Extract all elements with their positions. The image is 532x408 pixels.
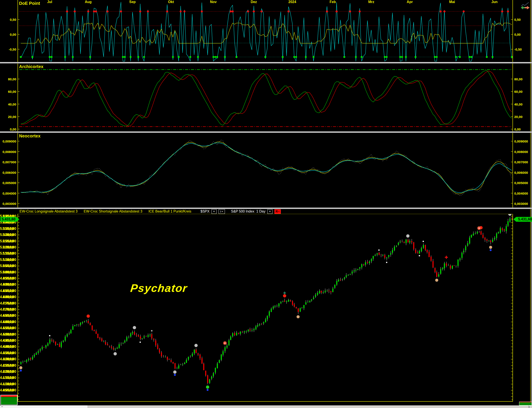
- symbol-dropdown-button[interactable]: ▼: [212, 209, 217, 214]
- month-label-jul: Jul: [47, 0, 52, 4]
- month-label-nov: Nov: [210, 0, 217, 4]
- horizontal-scrollbar[interactable]: ═ ❯: [0, 405, 532, 408]
- month-label-feb: Feb: [330, 0, 336, 4]
- price-ytick-right: 4.700,00: [0, 307, 14, 312]
- doe-ytick-left: 0,50: [0, 18, 16, 21]
- price-ytick-right: 5.150,00: [0, 252, 14, 255]
- archicortex-ytick-left: 20,00: [0, 115, 16, 119]
- price-ytick-right: 5.100,00: [0, 258, 14, 262]
- neocortex-ytick-right: 0,003000: [514, 202, 528, 205]
- neocortex-ytick-right: 0,007000: [514, 160, 528, 164]
- long-signal-label: EW-Croc Longsignale Abstandstest 3: [19, 210, 78, 213]
- month-label-aug: Aug: [85, 0, 92, 4]
- archicortex-ytick-left: 0,00: [0, 128, 16, 131]
- i-dropdown-button[interactable]: I ▼: [219, 209, 225, 214]
- neocortex-ytick-right: 0,006000: [514, 170, 528, 174]
- neocortex-ytick-right: 0,008000: [514, 150, 528, 153]
- price-ytick-right: 5.350,00: [0, 227, 14, 231]
- neocortex-ytick-right: 0,009000: [514, 139, 528, 143]
- last-price-tag-right: 5.431,60: [513, 217, 532, 222]
- archicortex-plot[interactable]: [18, 63, 513, 131]
- watermark-psychator: Psychator: [130, 282, 188, 295]
- chart-toolbar: EW-Croc Longsignale Abstandstest 3 EW-Cr…: [18, 209, 513, 214]
- archicortex-ytick-right: 80,00: [514, 77, 523, 81]
- price-ytick-right: 4.200,00: [0, 370, 14, 374]
- panel-title-neocortex: Neocortex: [19, 134, 41, 139]
- doe-ytick-right: 0,50: [514, 18, 521, 21]
- chevron-down-icon: ▼: [222, 211, 223, 212]
- neocortex-ytick-left: 0,007000: [0, 160, 16, 164]
- price-ytick-right: 5.200,00: [0, 245, 14, 249]
- price-ytick-right: 4.150,00: [0, 376, 14, 380]
- neocortex-ytick-right: 0,005000: [514, 181, 528, 185]
- price-ytick-right: 4.650,00: [0, 314, 14, 318]
- price-ytick-right: 4.950,00: [0, 276, 14, 280]
- neocortex-ytick-left: 0,005000: [0, 181, 16, 185]
- panel-splitter-1[interactable]: [0, 62, 532, 63]
- panel-title-doe-point: DoE Point: [19, 1, 40, 6]
- doe-ytick-left: -0,50: [0, 48, 16, 51]
- month-label-sep: Sep: [129, 0, 136, 4]
- mini-legend-box-right: [519, 402, 532, 405]
- archicortex-ytick-right: 0,00: [514, 128, 521, 131]
- scrollbar-right-arrow-icon[interactable]: ❯: [527, 405, 531, 408]
- time-axis-line: [18, 401, 513, 402]
- archicortex-ytick-left: 60,00: [0, 90, 16, 94]
- chevron-down-icon: ▼: [278, 211, 280, 212]
- price-ytick-right: 4.850,00: [0, 289, 14, 293]
- doe-ytick-left: 0,00: [0, 33, 16, 36]
- r-dropdown-button[interactable]: R ▼: [275, 209, 281, 214]
- price-ytick-right: 5.050,00: [0, 264, 14, 268]
- index-name-label: S&P 500 Index: [231, 210, 254, 213]
- price-ytick-right: 5.250,00: [0, 239, 14, 243]
- price-ytick-right: 4.450,00: [0, 339, 14, 343]
- month-label-apr: Apr: [407, 0, 413, 4]
- price-ytick-right: 4.550,00: [0, 326, 14, 330]
- price-ytick-right: 4.750,00: [0, 301, 14, 305]
- neocortex-ytick-right: 0,004000: [514, 191, 528, 195]
- price-ytick-right: 4.600,00: [0, 320, 14, 324]
- month-label-mrz: Mrz: [368, 0, 374, 4]
- price-ytick-right: 4.800,00: [0, 295, 14, 299]
- price-ytick-right: 4.050,00: [0, 388, 14, 392]
- timeframe-dropdown-button[interactable]: ▼: [267, 209, 273, 214]
- panel-title-archicortex: Archicortex: [19, 64, 44, 69]
- scrollbar-grip-icon: ═: [1, 406, 4, 407]
- right-frame-line: [530, 0, 531, 405]
- neocortex-plot[interactable]: [18, 133, 513, 207]
- month-label-dez: Dez: [251, 0, 257, 4]
- archicortex-ytick-left: 40,00: [0, 102, 16, 106]
- panel-splitter-2[interactable]: [0, 131, 532, 133]
- arrow-left-icon: [521, 6, 525, 9]
- chevron-down-icon: ▼: [269, 210, 271, 212]
- month-label-2024: 2024: [288, 0, 296, 4]
- month-label-mai: Mai: [449, 0, 455, 4]
- archicortex-ytick-left: 80,00: [0, 77, 16, 81]
- symbol-label: $SPX: [201, 210, 210, 213]
- scrollbar-thumb[interactable]: [0, 405, 88, 408]
- chart-nav-arrows-icon[interactable]: [520, 1, 530, 11]
- doe-ytick-right: -0,50: [514, 48, 522, 51]
- price-ytick-right: 4.400,00: [0, 345, 14, 349]
- price-ytick-right: 4.100,00: [0, 382, 14, 386]
- price-ytick-right: 4.350,00: [0, 351, 14, 355]
- price-ytick-right: 4.900,00: [0, 283, 14, 287]
- doe-ytick-right: 0,00: [514, 33, 521, 36]
- ice-label: ICE Bear/Bull 1 Punkt/Kreis: [148, 210, 191, 213]
- month-label-jun: Jun: [491, 0, 497, 4]
- doe-point-plot[interactable]: [18, 0, 513, 62]
- month-label-okt: Okt: [168, 0, 174, 4]
- archicortex-ytick-right: 60,00: [514, 90, 523, 94]
- neocortex-ytick-left: 0,004000: [0, 191, 16, 195]
- neocortex-ytick-left: 0,008000: [0, 150, 16, 153]
- archicortex-ytick-right: 20,00: [514, 115, 523, 119]
- chevron-down-icon: ▼: [213, 210, 215, 212]
- price-chart-plot[interactable]: [18, 214, 513, 401]
- price-ytick-right: 4.500,00: [0, 332, 14, 336]
- short-signal-label: EW-Croc Shortsignale Abstandstest 3: [84, 210, 142, 213]
- neocortex-ytick-left: 0,006000: [0, 170, 16, 174]
- panel-splitter-3[interactable]: [0, 207, 532, 209]
- mini-legend-box-left: [0, 395, 18, 405]
- price-ytick-right: 5.000,00: [0, 270, 14, 274]
- neocortex-ytick-left: 0,003000: [0, 202, 16, 205]
